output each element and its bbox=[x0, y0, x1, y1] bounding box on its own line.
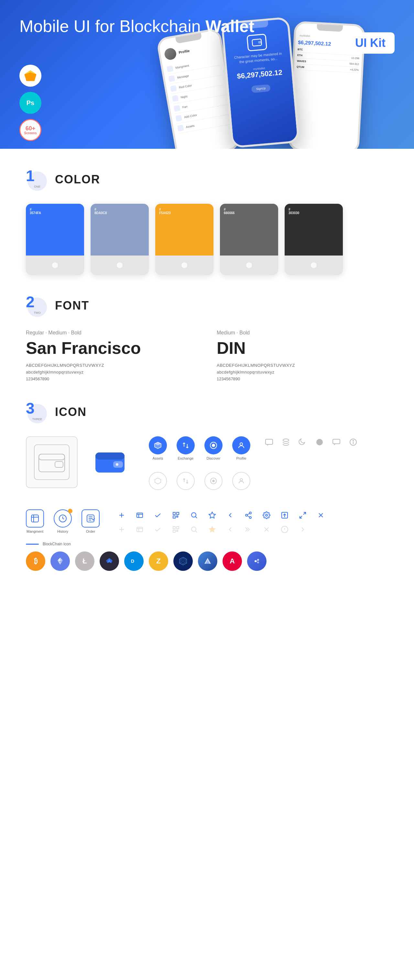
svg-point-72 bbox=[191, 527, 196, 531]
svg-line-55 bbox=[247, 514, 250, 515]
svg-line-54 bbox=[247, 516, 250, 517]
svg-line-59 bbox=[303, 512, 306, 515]
svg-rect-41 bbox=[137, 513, 143, 517]
svg-rect-46 bbox=[173, 516, 175, 518]
eth-icon bbox=[51, 552, 70, 571]
svg-point-18 bbox=[212, 444, 215, 447]
swatch-1: #3574FA bbox=[26, 204, 84, 275]
icon-section-header: 3 THREE ICON bbox=[26, 401, 388, 423]
svg-rect-24 bbox=[266, 439, 273, 444]
svg-point-48 bbox=[191, 513, 196, 517]
mgmt-management: Mangment bbox=[26, 509, 44, 533]
svg-point-56 bbox=[266, 514, 268, 516]
svg-rect-65 bbox=[137, 527, 143, 532]
color-section-header: 1 ONE COLOR bbox=[26, 168, 388, 191]
nav-icons-colored: Assets Exchange bbox=[149, 436, 250, 460]
band-icon bbox=[247, 552, 266, 571]
add-icon bbox=[116, 509, 127, 521]
svg-rect-31 bbox=[31, 515, 38, 522]
svg-rect-71 bbox=[177, 530, 178, 531]
zcash-icon: Z bbox=[149, 552, 168, 571]
moon-icon bbox=[297, 436, 309, 448]
font-sf: Regular · Medium · Bold San Francisco AB… bbox=[26, 330, 197, 381]
svg-rect-70 bbox=[173, 530, 175, 532]
icon-wireframe-inner bbox=[34, 444, 70, 480]
svg-rect-27 bbox=[333, 439, 340, 444]
ui-kit-badge: UI Kit bbox=[346, 32, 395, 54]
crypto-icons-row: ₿ Ł D Z bbox=[26, 552, 388, 571]
close-icon bbox=[315, 509, 326, 521]
hero-badges: Ps 60+ Screens bbox=[19, 65, 41, 141]
svg-point-95 bbox=[257, 562, 259, 563]
swatch-5: #303030 bbox=[285, 204, 343, 275]
svg-point-26 bbox=[316, 439, 323, 445]
svg-rect-7 bbox=[258, 41, 262, 44]
upload-icon bbox=[279, 509, 290, 521]
web-icon bbox=[174, 552, 193, 571]
search-icon bbox=[188, 509, 200, 521]
screens-badge: 60+ Screens bbox=[19, 119, 41, 141]
svg-rect-47 bbox=[177, 516, 178, 517]
icon-design-showcase: Assets Exchange bbox=[26, 436, 388, 496]
blockchain-line-decoration bbox=[26, 544, 39, 545]
svg-rect-9 bbox=[39, 454, 65, 460]
icon-colored-wallet bbox=[84, 436, 136, 488]
chevron-left-icon bbox=[225, 509, 236, 521]
svg-point-22 bbox=[212, 480, 215, 482]
svg-line-60 bbox=[300, 516, 302, 518]
swatch-4: #666666 bbox=[220, 204, 278, 275]
nav-icons-outline bbox=[149, 472, 250, 490]
svg-point-14 bbox=[116, 463, 118, 466]
check-icon bbox=[152, 509, 164, 521]
svg-point-30 bbox=[353, 440, 353, 441]
expand-icon bbox=[297, 509, 309, 521]
mgmt-history: History bbox=[54, 509, 72, 533]
svg-point-51 bbox=[249, 512, 251, 514]
color-swatches: #3574FA #8DA0C8 #F5A623 #666666 #303030 bbox=[26, 204, 388, 275]
svg-line-97 bbox=[256, 562, 258, 562]
font-section-header: 2 TWO FONT bbox=[26, 294, 388, 317]
svg-point-23 bbox=[240, 479, 242, 481]
photoshop-badge: Ps bbox=[19, 92, 41, 114]
svg-rect-69 bbox=[177, 527, 179, 529]
svg-point-52 bbox=[245, 514, 247, 516]
stack-icon bbox=[280, 436, 292, 448]
lisk-icon bbox=[198, 552, 217, 571]
icon-assets: Assets bbox=[149, 436, 167, 460]
sketch-badge bbox=[19, 65, 41, 87]
ltc-icon: Ł bbox=[75, 552, 94, 571]
chat-icon bbox=[263, 436, 275, 448]
hero-section: Mobile UI for Blockchain Wallet UI Kit P… bbox=[0, 0, 414, 149]
management-icons-row: Mangment History bbox=[26, 509, 388, 535]
svg-rect-10 bbox=[55, 461, 63, 467]
svg-point-93 bbox=[255, 560, 256, 562]
icon-wireframe-outer bbox=[26, 436, 78, 488]
svg-point-94 bbox=[257, 559, 259, 561]
svg-marker-50 bbox=[209, 512, 215, 518]
font-din: Medium · Bold DIN ABCDEFGHIJKLMNOPQRSTUV… bbox=[217, 330, 388, 381]
svg-rect-45 bbox=[177, 512, 179, 515]
icon-discover: Discover bbox=[204, 436, 223, 460]
svg-rect-8 bbox=[39, 454, 65, 472]
share-icon bbox=[243, 509, 254, 521]
font-grid: Regular · Medium · Bold San Francisco AB… bbox=[26, 330, 388, 381]
icon-exchange: Exchange bbox=[177, 436, 195, 460]
speech-icon bbox=[331, 436, 342, 448]
svg-rect-12 bbox=[96, 452, 124, 460]
svg-point-25 bbox=[283, 439, 289, 441]
icon-profile: Profile bbox=[232, 436, 250, 460]
svg-rect-68 bbox=[173, 527, 175, 529]
blockchain-label: BlockChain Icon bbox=[26, 542, 388, 546]
swatch-3: #F5A623 bbox=[155, 204, 213, 275]
svg-point-19 bbox=[240, 443, 243, 445]
settings-icon bbox=[261, 509, 272, 521]
info-icon bbox=[347, 436, 359, 448]
list-icon bbox=[134, 509, 145, 521]
dash-icon: D bbox=[124, 552, 143, 571]
main-content: 1 ONE COLOR #3574FA #8DA0C8 #F5A623 #666… bbox=[0, 168, 414, 571]
svg-marker-20 bbox=[155, 478, 161, 484]
svg-line-73 bbox=[196, 531, 197, 533]
svg-marker-74 bbox=[209, 526, 215, 532]
btc-icon: ₿ bbox=[26, 552, 45, 571]
star-icon bbox=[206, 509, 218, 521]
